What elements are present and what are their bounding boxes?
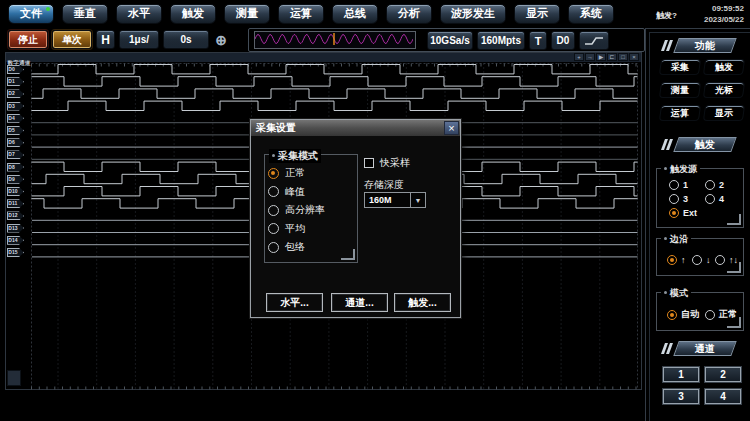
fast-sample-checkbox[interactable] <box>364 158 374 168</box>
menu-item-4[interactable]: 测量 <box>224 4 270 24</box>
channel-settings-button[interactable]: 通道... <box>331 293 388 312</box>
radio-unselected[interactable] <box>715 255 725 265</box>
single-button[interactable]: 单次 <box>52 30 92 49</box>
window-plus-icon[interactable]: + <box>574 53 584 61</box>
acq-mode-option-3[interactable]: 平均 <box>268 222 305 236</box>
menu-item-7[interactable]: 分析 <box>386 4 432 24</box>
menu-item-5[interactable]: 运算 <box>278 4 324 24</box>
edge-option-1[interactable]: ↓ <box>692 255 711 265</box>
channel-tag-label: D6 <box>8 140 14 145</box>
dialog-titlebar[interactable]: 采集设置 <box>251 120 460 136</box>
channel-button-4[interactable]: 4 <box>704 388 742 405</box>
trigger-source-button[interactable]: D0 <box>551 31 575 50</box>
channel-button-1[interactable]: 1 <box>662 366 700 383</box>
edge-option-0[interactable]: ↑ <box>667 255 686 265</box>
channel-tag-label: D7 <box>8 152 14 157</box>
radio-unselected[interactable] <box>268 223 279 234</box>
radio-selected[interactable] <box>667 310 677 320</box>
menu-item-label: 系统 <box>580 6 602 21</box>
timebase-button[interactable]: 1μs/ <box>119 30 159 49</box>
trigger-source-group: 触发源 1234Ext <box>656 168 744 228</box>
radio-unselected[interactable] <box>705 310 715 320</box>
radio-unselected[interactable] <box>669 180 679 190</box>
trigger-source-option-3[interactable]: 3 <box>669 194 688 204</box>
trigger-source-option-1[interactable]: 1 <box>669 180 688 190</box>
radio-unselected[interactable] <box>705 194 715 204</box>
radio-unselected[interactable] <box>669 194 679 204</box>
radio-label: 自动 <box>681 308 699 321</box>
sample-rate-button[interactable]: 10GSa/s <box>427 31 473 50</box>
memory-depth-button[interactable]: 160Mpts <box>477 31 525 50</box>
function-button-5[interactable]: 显示 <box>703 105 745 121</box>
function-button-label: 光标 <box>715 84 733 97</box>
radio-selected[interactable] <box>669 208 679 218</box>
horizontal-button[interactable]: H <box>96 30 115 49</box>
trigger-section-header: 触发 <box>673 137 736 152</box>
channel-tag-label: D11 <box>8 201 17 206</box>
radio-selected[interactable] <box>268 168 279 179</box>
channel-button-3[interactable]: 3 <box>662 388 700 405</box>
menu-item-9[interactable]: 显示 <box>514 4 560 24</box>
window-play-icon[interactable]: ▶ <box>596 53 606 61</box>
radio-unselected[interactable] <box>268 205 279 216</box>
stop-button[interactable]: 停止 <box>8 30 48 49</box>
menu-item-3[interactable]: 触发 <box>170 4 216 24</box>
menu-item-label: 文件 <box>20 6 42 21</box>
right-sidebar: 功能 采集触发测量光标运算显示 触发 触发源 1234Ext 边沿 ↑↓↑↓ 模… <box>645 28 750 421</box>
mode-option-0[interactable]: 自动 <box>667 308 699 321</box>
channel-button-2[interactable]: 2 <box>704 366 742 383</box>
edge-group: 边沿 ↑↓↑↓ <box>656 238 744 276</box>
radio-unselected[interactable] <box>268 186 279 197</box>
waveform-position-preview[interactable] <box>254 31 416 49</box>
radio-label: 2 <box>719 180 724 190</box>
menu-item-10[interactable]: 系统 <box>568 4 614 24</box>
window-collapse-icon[interactable]: ⊏ <box>607 53 617 61</box>
memory-depth-dropdown[interactable]: 160M ▼ <box>364 192 426 208</box>
acq-mode-option-0[interactable]: 正常 <box>268 166 305 180</box>
radio-selected[interactable] <box>667 255 677 265</box>
menu-item-label: 分析 <box>398 6 420 21</box>
menu-item-6[interactable]: 总线 <box>332 4 378 24</box>
acq-mode-option-2[interactable]: 高分辨率 <box>268 203 325 217</box>
radio-label: 1 <box>683 180 688 190</box>
function-button-4[interactable]: 运算 <box>659 105 701 121</box>
memory-depth-label: 存储深度 <box>364 178 404 192</box>
menu-item-1[interactable]: 垂直 <box>62 4 108 24</box>
menu-item-2[interactable]: 水平 <box>116 4 162 24</box>
function-button-0[interactable]: 采集 <box>659 59 701 75</box>
acq-mode-option-1[interactable]: 峰值 <box>268 185 305 199</box>
trigger-source-option-2[interactable]: 2 <box>705 180 724 190</box>
acq-mode-label: 高分辨率 <box>285 203 325 217</box>
edge-option-2[interactable]: ↑↓ <box>715 255 738 265</box>
channel-tag-label: D3 <box>8 104 14 109</box>
scroll-handle[interactable] <box>7 370 21 386</box>
menu-item-8[interactable]: 波形发生 <box>440 4 506 24</box>
horizontal-settings-button[interactable]: 水平... <box>266 293 323 312</box>
window-close-icon[interactable]: × <box>629 53 639 61</box>
window-arrow-right-icon[interactable]: → <box>585 53 595 61</box>
status-area: 触发? 09:59:52 2023/05/22 <box>648 2 748 26</box>
horizontal-offset-button[interactable]: 0s <box>163 30 209 49</box>
acq-mode-option-4[interactable]: 包络 <box>268 240 305 254</box>
window-maximize-icon[interactable]: □ <box>618 53 628 61</box>
oscilloscope-screen: 文件垂直水平触发测量运算总线分析波形发生显示系统 触发? 09:59:52 20… <box>0 0 750 421</box>
zoom-in-icon[interactable]: ⊕ <box>212 30 230 49</box>
menu-item-0[interactable]: 文件 <box>8 4 54 24</box>
group-corner-decoration <box>341 249 355 260</box>
trigger-source-option-Ext[interactable]: Ext <box>669 208 697 218</box>
function-button-2[interactable]: 测量 <box>659 82 701 98</box>
digital-window-titlebar[interactable]: 数字通道 <box>6 53 641 62</box>
channel-tag-label: D1 <box>8 79 14 84</box>
function-button-3[interactable]: 光标 <box>703 82 745 98</box>
trigger-settings-button[interactable]: 触发... <box>394 293 451 312</box>
rising-edge-icon[interactable] <box>579 31 609 50</box>
mode-option-1[interactable]: 正常 <box>705 308 737 321</box>
trigger-indicator-button[interactable]: T <box>529 31 547 50</box>
function-button-1[interactable]: 触发 <box>703 59 745 75</box>
channel-tag-label: D2 <box>8 91 14 96</box>
dialog-close-icon[interactable]: × <box>444 121 459 135</box>
trigger-source-option-4[interactable]: 4 <box>705 194 724 204</box>
radio-unselected[interactable] <box>692 255 702 265</box>
radio-unselected[interactable] <box>268 242 279 253</box>
radio-unselected[interactable] <box>705 180 715 190</box>
